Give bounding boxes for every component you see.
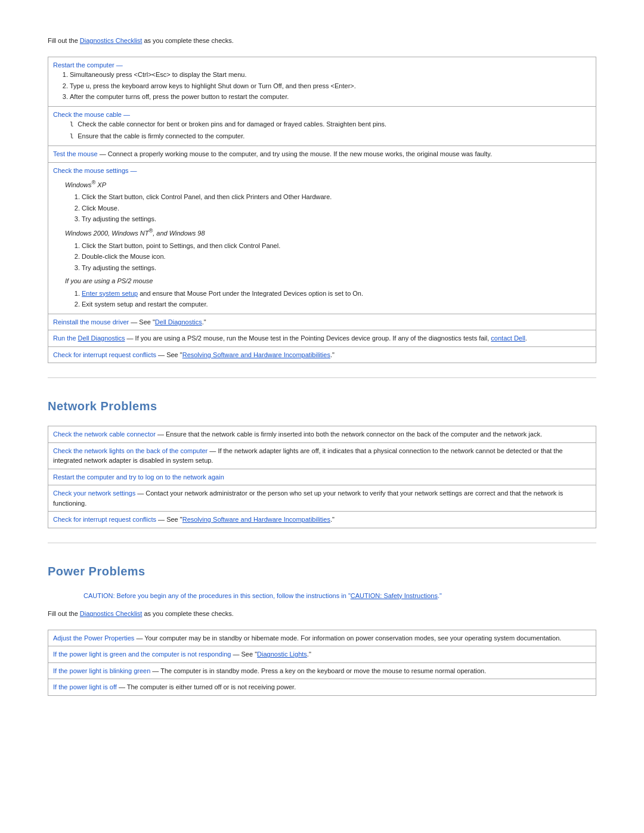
adjust-power-properties-header: Adjust the Power Properties xyxy=(53,634,134,642)
reinstall-mouse-driver-text: — See "Dell Diagnostics." xyxy=(131,318,206,326)
list-item: Click the Start button, point to Setting… xyxy=(82,241,591,251)
check-mouse-settings-header: Check the mouse settings — xyxy=(53,167,137,174)
check-interrupt-network-text: — See "Resolving Software and Hardware I… xyxy=(158,516,335,523)
resolving-incompatibilities-link-1[interactable]: Resolving Software and Hardware Incompat… xyxy=(182,351,330,358)
list-item: Click the Start button, click Control Pa… xyxy=(82,192,591,202)
power-light-green-row: If the power light is green and the comp… xyxy=(48,646,596,663)
dell-diagnostics-link-1[interactable]: Dell Diagnostics xyxy=(155,318,202,326)
check-network-cable-row: Check the network cable connector — Ensu… xyxy=(48,426,596,443)
resolving-incompatibilities-link-2[interactable]: Resolving Software and Hardware Incompat… xyxy=(182,516,330,523)
power-section-table: Adjust the Power Properties — Your compu… xyxy=(48,630,596,696)
restart-network-header: Restart the computer and try to log on t… xyxy=(53,473,224,481)
restart-computer-list: Simultaneously press <Ctrl><Esc> to disp… xyxy=(70,70,591,102)
windows-xp-label: Windows® XP xyxy=(65,179,591,190)
caution-paragraph: CAUTION: Before you begin any of the pro… xyxy=(83,591,596,601)
power-intro-suffix: as you complete these checks. xyxy=(144,610,233,617)
check-network-lights-row: Check the network lights on the back of … xyxy=(48,442,596,469)
power-problems-heading: Power Problems xyxy=(48,562,596,580)
list-item: Try adjusting the settings. xyxy=(82,263,591,273)
mouse-settings-subsections: Windows® XP Click the Start button, clic… xyxy=(65,179,591,309)
power-light-blinking-text: — The computer is in standby mode. Press… xyxy=(152,667,486,674)
run-dell-diagnostics-row: Run the Dell Diagnostics — If you are us… xyxy=(48,330,596,347)
check-mouse-settings-row: Check the mouse settings — Windows® XP C… xyxy=(48,162,596,314)
power-light-green-header: If the power light is green and the comp… xyxy=(53,651,231,658)
power-light-off-header: If the power light is off xyxy=(53,683,117,690)
list-item: Exit system setup and restart the comput… xyxy=(82,299,591,309)
network-section-table: Check the network cable connector — Ensu… xyxy=(48,426,596,528)
check-interrupt-network-row: Check for interrupt request conflicts — … xyxy=(48,512,596,528)
check-interrupt-mouse-text: — See "Resolving Software and Hardware I… xyxy=(158,351,335,358)
check-interrupt-mouse-header: Check for interrupt request conflicts xyxy=(53,351,156,358)
ps2-mouse-list: Enter system setup and ensure that Mouse… xyxy=(82,289,591,309)
power-light-off-text: — The computer is either turned off or i… xyxy=(119,683,296,690)
check-network-settings-header: Check your network settings xyxy=(53,490,135,497)
power-light-blinking-header: If the power light is blinking green xyxy=(53,667,150,674)
run-dell-diagnostics-text: — If you are using a PS/2 mouse, run the… xyxy=(127,335,527,342)
check-interrupt-network-header: Check for interrupt request conflicts xyxy=(53,516,156,523)
caution-safety-link[interactable]: CAUTION: Safety Instructions xyxy=(351,592,438,599)
intro-suffix: as you complete these checks. xyxy=(144,37,233,44)
check-mouse-cable-row: Check the mouse cable — Check the cable … xyxy=(48,106,596,146)
windows-2000-list: Click the Start button, point to Setting… xyxy=(82,241,591,273)
power-intro-text: Fill out the xyxy=(48,610,78,617)
caution-prefix: CAUTION: Before you begin any of the pro… xyxy=(83,592,351,599)
power-intro-paragraph: Fill out the Diagnostics Checklist as yo… xyxy=(48,609,596,619)
restart-network-row: Restart the computer and try to log on t… xyxy=(48,469,596,485)
list-item: After the computer turns off, press the … xyxy=(70,92,591,102)
power-light-blinking-row: If the power light is blinking green — T… xyxy=(48,662,596,679)
test-mouse-header: Test the mouse xyxy=(53,150,98,157)
ps2-mouse-label: If you are using a PS/2 mouse xyxy=(65,276,591,286)
power-light-green-text: — See "Diagnostic Lights." xyxy=(233,651,311,658)
diagnostics-checklist-link[interactable]: Diagnostics Checklist xyxy=(80,37,143,44)
list-item: Simultaneously press <Ctrl><Esc> to disp… xyxy=(70,70,591,80)
reinstall-mouse-driver-row: Reinstall the mouse driver — See "Dell D… xyxy=(48,314,596,330)
restart-computer-row: Restart the computer — Simultaneously pr… xyxy=(48,57,596,106)
intro-paragraph: Fill out the Diagnostics Checklist as yo… xyxy=(48,36,596,46)
diagnostic-lights-link[interactable]: Diagnostic Lights xyxy=(257,651,307,658)
power-light-off-row: If the power light is off — The computer… xyxy=(48,679,596,696)
mouse-cable-list: Check the cable connector for bent or br… xyxy=(70,119,591,141)
run-dell-diagnostics-header: Run the Dell Diagnostics xyxy=(53,335,125,342)
check-mouse-cable-header: Check the mouse cable — xyxy=(53,111,130,118)
reinstall-mouse-driver-header: Reinstall the mouse driver xyxy=(53,318,129,326)
check-network-settings-row: Check your network settings — Contact yo… xyxy=(48,485,596,512)
list-item: Check the cable connector for bent or br… xyxy=(70,119,591,130)
check-network-lights-header: Check the network lights on the back of … xyxy=(53,447,208,454)
power-diagnostics-checklist-link[interactable]: Diagnostics Checklist xyxy=(80,610,143,617)
adjust-power-properties-row: Adjust the Power Properties — Your compu… xyxy=(48,630,596,646)
enter-system-setup-link[interactable]: Enter system setup xyxy=(82,290,138,297)
divider-2 xyxy=(48,543,596,543)
caution-suffix: ." xyxy=(438,592,442,599)
mouse-section-table: Restart the computer — Simultaneously pr… xyxy=(48,57,596,364)
intro-text: Fill out the xyxy=(48,37,78,44)
check-interrupt-mouse-row: Check for interrupt request conflicts — … xyxy=(48,346,596,363)
test-mouse-row: Test the mouse — Connect a properly work… xyxy=(48,146,596,163)
list-item: Enter system setup and ensure that Mouse… xyxy=(82,289,591,299)
list-item: Double-click the Mouse icon. xyxy=(82,252,591,262)
check-network-cable-header: Check the network cable connector xyxy=(53,431,156,438)
contact-dell-link-1[interactable]: contact Dell xyxy=(491,335,525,342)
test-mouse-text: — Connect a properly working mouse to th… xyxy=(100,150,492,157)
dell-diagnostics-link-2[interactable]: Dell Diagnostics xyxy=(78,335,125,342)
list-item: Click Mouse. xyxy=(82,203,591,213)
adjust-power-properties-text: — Your computer may be in standby or hib… xyxy=(136,634,561,642)
list-item: Ensure that the cable is firmly connecte… xyxy=(70,131,591,142)
divider-1 xyxy=(48,377,596,378)
check-network-cable-text: — Ensure that the network cable is firml… xyxy=(157,431,542,438)
windows-2000-label: Windows 2000, Windows NT®, and Windows 9… xyxy=(65,228,591,239)
windows-xp-list: Click the Start button, click Control Pa… xyxy=(82,192,591,224)
list-item: Try adjusting the settings. xyxy=(82,214,591,224)
list-item: Type u, press the keyboard arrow keys to… xyxy=(70,81,591,91)
network-problems-heading: Network Problems xyxy=(48,397,596,415)
restart-computer-header: Restart the computer — xyxy=(53,61,123,69)
